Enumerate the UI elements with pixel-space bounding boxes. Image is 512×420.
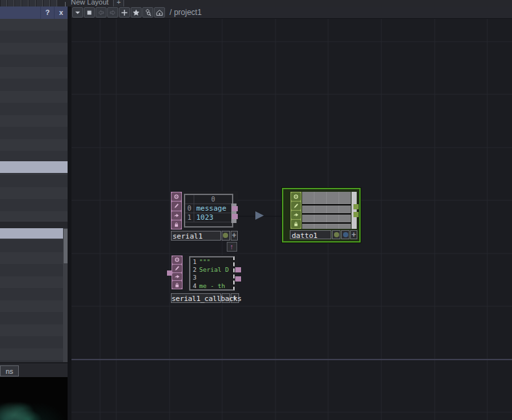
- table-row-line: [302, 204, 351, 205]
- wire-arrow-icon: [255, 211, 264, 220]
- display-flag-cell[interactable]: [341, 230, 350, 239]
- layout-tab[interactable]: [21, 0, 29, 7]
- node-name-label[interactable]: datto1: [290, 230, 331, 239]
- caret-down-icon[interactable]: [72, 7, 83, 18]
- node-flag-column: [171, 192, 182, 230]
- docked-indicator[interactable]: ↑: [227, 242, 237, 252]
- text-dat-viewer: 1""" 2Serial D 3 4me - th: [189, 256, 235, 291]
- add-flag-cell[interactable]: +: [231, 231, 238, 241]
- node-name-label[interactable]: [171, 293, 222, 303]
- node-name-label[interactable]: serial1: [171, 231, 221, 241]
- code-line: 1""": [190, 258, 233, 266]
- layout-tab[interactable]: [36, 0, 43, 7]
- dat-table-preview: [302, 192, 351, 229]
- flag-dot: [343, 232, 348, 237]
- forward-arrow-icon[interactable]: [107, 7, 118, 18]
- dat-table-viewer: 0 0 message 1 1023: [184, 194, 233, 228]
- viewer-scrollbar[interactable]: [352, 192, 357, 229]
- code-line: 2Serial D: [190, 266, 233, 274]
- sidebar-selected-row-2[interactable]: [0, 228, 63, 239]
- output-connector[interactable]: [353, 212, 359, 218]
- sidebar-selected-row[interactable]: [0, 161, 68, 173]
- table-row: 1 1023: [185, 213, 232, 222]
- cell-value: message: [194, 204, 226, 213]
- output-connector[interactable]: [353, 204, 359, 210]
- node-flag-column: [290, 192, 301, 229]
- sidebar-section-divider: [0, 222, 68, 228]
- close-panel-button[interactable]: x: [54, 7, 68, 19]
- sidebar-list-bottom[interactable]: [0, 228, 68, 362]
- network-editor[interactable]: 0 0 message 1 1023 serial1 +: [71, 19, 512, 420]
- table-column-header: 0: [194, 195, 232, 203]
- input-connector[interactable]: [167, 270, 172, 276]
- row-index: 1: [185, 213, 194, 222]
- export-flag-icon[interactable]: [172, 273, 182, 281]
- add-layout-tab-button[interactable]: +: [113, 0, 124, 7]
- lock-flag-icon[interactable]: [172, 281, 182, 289]
- sidebar-list-top[interactable]: [0, 19, 68, 222]
- node-serial1-callbacks[interactable]: 1""" 2Serial D 3 4me - th + serial1_call…: [167, 255, 245, 304]
- sidebar-bottom-edge: [0, 362, 68, 363]
- cell-value: 1023: [194, 213, 214, 222]
- op-find-icon[interactable]: [142, 7, 153, 18]
- bypass-flag-cell[interactable]: [332, 230, 340, 239]
- table-corner-cell: [185, 195, 194, 203]
- bypass-flag-cell[interactable]: [222, 231, 230, 241]
- plus-icon: +: [352, 231, 356, 239]
- add-flag-cell[interactable]: +: [350, 230, 357, 239]
- node-flag-column: [172, 256, 183, 289]
- add-icon[interactable]: [119, 7, 130, 18]
- node-datto1[interactable]: datto1 +: [282, 188, 361, 243]
- back-arrow-icon[interactable]: [96, 7, 107, 18]
- preview-thumbnail[interactable]: [0, 377, 68, 420]
- sidebar-scrollbar[interactable]: [63, 228, 68, 362]
- home-icon[interactable]: [154, 7, 165, 18]
- output-connector[interactable]: [235, 276, 241, 282]
- up-arrow-icon: ↑: [230, 243, 234, 250]
- network-toolbar: / project1: [71, 7, 512, 19]
- layout-tab[interactable]: [7, 0, 14, 7]
- export-flag-icon[interactable]: [291, 211, 301, 219]
- tab-divider: [65, 2, 66, 7]
- tab-new-layout[interactable]: New Layout: [71, 0, 109, 7]
- code-line: 3: [190, 274, 233, 282]
- table-header-row: 0: [185, 195, 232, 204]
- add-flag-cell[interactable]: +: [231, 293, 239, 303]
- layout-tab-strip: New Layout +: [0, 0, 512, 7]
- export-flag-icon[interactable]: [172, 211, 181, 220]
- plus-icon: +: [232, 231, 237, 239]
- scrollbar-thumb[interactable]: [64, 229, 68, 263]
- edit-flag-icon[interactable]: [291, 202, 301, 210]
- flag-dot: [223, 233, 228, 238]
- lock-flag-icon[interactable]: [291, 220, 301, 228]
- viewer-flag-icon[interactable]: [291, 192, 301, 201]
- layout-tab[interactable]: [0, 0, 7, 7]
- edit-flag-icon[interactable]: [172, 202, 181, 210]
- node-serial1[interactable]: 0 0 message 1 1023 serial1 +: [170, 191, 238, 253]
- preview-tab[interactable]: ns: [0, 365, 19, 376]
- output-connector[interactable]: [235, 267, 241, 272]
- left-panel-header: ? x: [0, 7, 68, 19]
- layout-tab[interactable]: [43, 0, 50, 7]
- node-body[interactable]: 0 0 message 1 1023: [170, 191, 238, 230]
- stop-icon[interactable]: [84, 7, 95, 18]
- output-connector[interactable]: [232, 214, 238, 219]
- layout-tab[interactable]: [14, 0, 21, 7]
- viewer-flag-icon[interactable]: [172, 256, 182, 264]
- table-row-line: [302, 222, 351, 224]
- star-icon[interactable]: [131, 7, 142, 18]
- node-body[interactable]: 1""" 2Serial D 3 4me - th: [170, 255, 238, 293]
- bypass-flag-cell[interactable]: [222, 293, 230, 303]
- code-line: 4me - th: [190, 282, 233, 290]
- output-connector[interactable]: [232, 206, 238, 211]
- edit-flag-icon[interactable]: [172, 265, 182, 272]
- row-index: 0: [185, 204, 194, 213]
- lock-flag-icon[interactable]: [172, 220, 181, 229]
- breadcrumb-path[interactable]: / project1: [170, 8, 201, 17]
- layout-tab[interactable]: [29, 0, 36, 7]
- touchdesigner-window: New Layout + ? x / project1 ns: [0, 0, 512, 420]
- viewer-flag-icon[interactable]: [172, 192, 181, 201]
- help-button[interactable]: ?: [40, 7, 54, 19]
- layout-tab[interactable]: [50, 0, 57, 7]
- plus-icon: +: [233, 294, 237, 302]
